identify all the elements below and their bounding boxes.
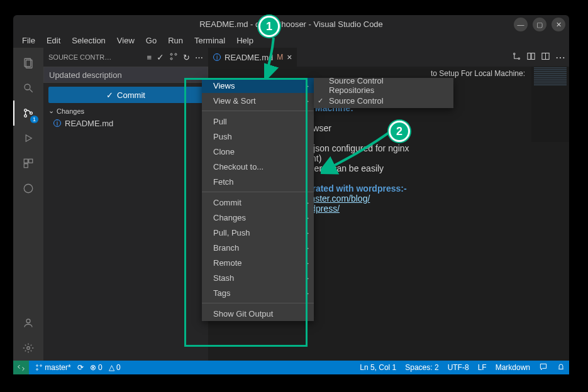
commit-message-input[interactable]: Updated description	[43, 67, 208, 83]
menu-view[interactable]: View	[112, 35, 140, 46]
menu-item-fetch[interactable]: Fetch	[202, 174, 314, 189]
more-actions-icon[interactable]: ⋯	[195, 53, 203, 62]
breadcrumb-text: to Setup For Local Machine:	[431, 69, 525, 78]
menu-item-push[interactable]: Push	[202, 129, 314, 144]
menu-item-view-sort[interactable]: View & Sort	[202, 93, 314, 108]
feedback-icon[interactable]	[539, 362, 548, 373]
menu-item-branch[interactable]: Branch	[202, 240, 314, 255]
svg-point-2	[25, 84, 30, 90]
refresh-icon[interactable]: ↻	[183, 53, 190, 62]
changed-file-item[interactable]: i README.md	[43, 116, 208, 130]
close-icon[interactable]: ×	[287, 52, 292, 62]
svg-line-3	[30, 89, 33, 92]
run-debug-icon[interactable]	[13, 126, 43, 151]
svg-point-13	[27, 347, 30, 350]
search-icon[interactable]	[13, 75, 43, 101]
explorer-icon[interactable]	[13, 50, 43, 75]
minimize-button[interactable]: —	[514, 18, 528, 31]
minimap[interactable]	[531, 67, 569, 142]
menu-separator	[202, 303, 314, 303]
split-right-icon[interactable]	[526, 52, 536, 63]
svg-point-16	[175, 53, 177, 55]
svg-point-15	[170, 58, 172, 60]
notifications-icon[interactable]	[557, 362, 565, 373]
status-spaces[interactable]: Spaces: 2	[405, 363, 438, 372]
menu-edit[interactable]: Edit	[42, 35, 65, 46]
menu-item-remote[interactable]: Remote	[202, 255, 314, 270]
scm-badge: 1	[30, 116, 38, 123]
info-icon: i	[213, 53, 221, 61]
status-branch[interactable]: master*	[35, 363, 71, 372]
status-language[interactable]: Markdown	[496, 363, 530, 372]
svg-point-11	[24, 184, 33, 193]
menu-item-changes[interactable]: Changes	[202, 210, 314, 225]
menu-item-pull[interactable]: Pull	[202, 114, 314, 129]
menu-run[interactable]: Run	[163, 35, 188, 46]
menu-item-tags[interactable]: Tags	[202, 285, 314, 300]
tab-readme[interactable]: i README.md M ×	[208, 48, 297, 67]
activity-bar: 1	[13, 48, 43, 361]
settings-gear-icon[interactable]	[13, 335, 43, 361]
svg-rect-9	[29, 159, 33, 163]
compare-icon[interactable]	[512, 52, 521, 63]
extensions-icon[interactable]	[13, 151, 43, 176]
views-submenu: Source Control RepositoriesSource Contro…	[314, 78, 453, 108]
close-button[interactable]: ✕	[552, 18, 565, 31]
menu-go[interactable]: Go	[141, 35, 162, 46]
svg-rect-19	[528, 53, 531, 59]
svg-point-24	[36, 369, 38, 371]
menu-separator	[202, 111, 314, 111]
sidebar-title: SOURCE CONTR…	[48, 53, 143, 61]
menu-item-pull-push[interactable]: Pull, Push	[202, 225, 314, 240]
menu-item-checkout-to[interactable]: Checkout to...	[202, 159, 314, 174]
statusbar: master* ⟳ ⊗ 0 △ 0 Ln 5, Col 1 Spaces: 2 …	[13, 361, 569, 374]
info-icon: i	[53, 119, 61, 127]
submenu-item-source-control-repositories[interactable]: Source Control Repositories	[314, 78, 453, 93]
menu-help[interactable]: Help	[231, 35, 258, 46]
window-title: README.md - distroChooser - Visual Studi…	[199, 19, 383, 29]
svg-point-25	[40, 365, 42, 367]
status-position[interactable]: Ln 5, Col 1	[360, 363, 396, 372]
status-warnings[interactable]: △ 0	[109, 363, 121, 372]
commit-message-text: Updated description	[49, 70, 122, 80]
menu-item-show-git-output[interactable]: Show Git Output	[202, 306, 314, 321]
status-eol[interactable]: LF	[478, 363, 487, 372]
svg-point-4	[25, 109, 27, 112]
svg-rect-10	[24, 164, 28, 168]
commit-button[interactable]: ✓Commit	[48, 87, 203, 103]
status-errors[interactable]: ⊗ 0	[90, 363, 103, 372]
annotation-badge-2: 2	[389, 121, 410, 142]
menu-selection[interactable]: Selection	[67, 35, 110, 46]
modified-indicator: M	[277, 53, 283, 62]
commit-check-icon[interactable]: ✓	[157, 52, 164, 62]
status-encoding[interactable]: UTF-8	[448, 363, 469, 372]
svg-point-14	[170, 53, 172, 55]
menu-file[interactable]: File	[17, 35, 40, 46]
menu-item-stash[interactable]: Stash	[202, 270, 314, 285]
svg-marker-7	[26, 135, 31, 142]
menu-item-views[interactable]: Views	[202, 78, 314, 93]
maximize-button[interactable]: ▢	[533, 18, 546, 31]
menu-item-clone[interactable]: Clone	[202, 144, 314, 159]
menu-terminal[interactable]: Terminal	[189, 35, 230, 46]
status-sync[interactable]: ⟳	[77, 363, 84, 372]
svg-point-18	[518, 58, 520, 60]
more-editor-actions-icon[interactable]: ⋯	[555, 52, 565, 63]
source-control-icon[interactable]: 1	[13, 101, 43, 126]
source-control-sidebar: SOURCE CONTR… ≡ ✓ ↻ ⋯ Updated descriptio…	[43, 48, 208, 361]
github-icon[interactable]	[13, 176, 43, 201]
svg-point-23	[36, 365, 38, 367]
menu-separator	[202, 192, 314, 192]
view-tree-icon[interactable]: ≡	[147, 53, 152, 62]
scm-branch-icon[interactable]	[169, 52, 178, 63]
source-control-context-menu: ViewsView & SortPullPushCloneCheckout to…	[202, 78, 314, 321]
submenu-item-source-control[interactable]: Source Control	[314, 93, 453, 108]
split-editor-icon[interactable]	[541, 52, 550, 63]
remote-indicator[interactable]	[13, 361, 29, 374]
accounts-icon[interactable]	[13, 310, 43, 335]
annotation-badge-1: 1	[258, 16, 280, 37]
commit-button-label: Commit	[117, 90, 145, 100]
svg-point-12	[26, 319, 30, 323]
menu-item-commit[interactable]: Commit	[202, 195, 314, 210]
changes-section[interactable]: ⌄Changes	[43, 106, 208, 116]
